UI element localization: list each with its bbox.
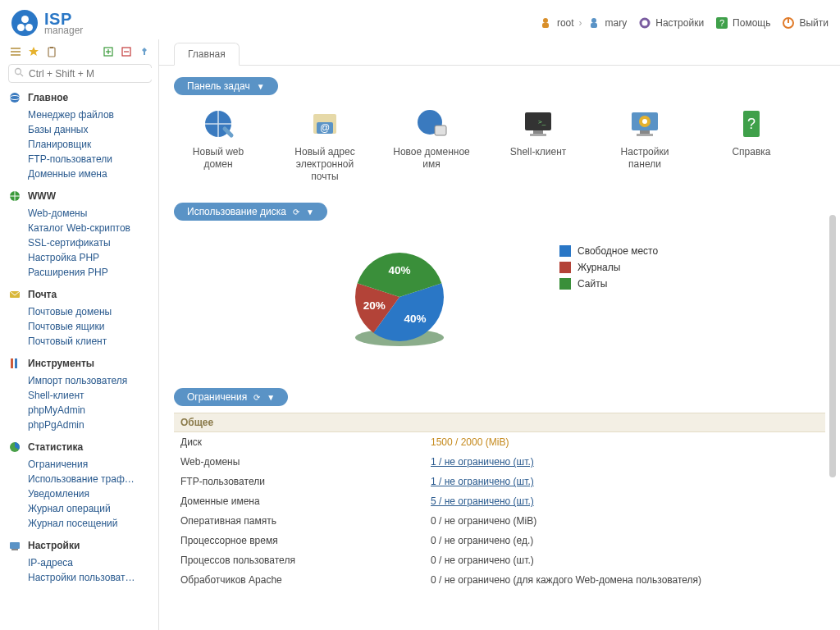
nav-item[interactable]: Планировщик [28, 137, 152, 152]
svg-rect-28 [15, 358, 17, 368]
limit-key: Доменные имена [174, 491, 424, 511]
star-icon[interactable] [26, 44, 41, 59]
nav-item[interactable]: Web-домены [28, 206, 152, 221]
nav-item[interactable]: Почтовый клиент [28, 334, 152, 349]
help-icon: ? [715, 16, 728, 30]
legend-swatch [559, 245, 571, 257]
disk-header[interactable]: Использование диска ⟳ ▼ [174, 203, 327, 221]
limit-value[interactable]: 5 / не ограничено (шт.) [424, 491, 825, 511]
task-item[interactable]: ?Справка [710, 107, 792, 183]
svg-rect-31 [11, 549, 18, 550]
task-panel: Новый web домен@Новый адрес электронной … [177, 107, 825, 183]
svg-text:>_: >_ [538, 118, 546, 126]
nav-item[interactable]: Журнал посещений [28, 516, 152, 531]
task-label: Справка [710, 146, 792, 158]
nav-item[interactable]: Импорт пользователя [28, 373, 152, 388]
svg-rect-12 [11, 54, 21, 56]
task-item[interactable]: Новое доменное имя [390, 107, 472, 183]
tab-main[interactable]: Главная [174, 43, 240, 66]
nav-item[interactable]: Расширения PHP [28, 265, 152, 280]
table-row: Web-домены1 / не ограничено (шт.) [174, 452, 825, 472]
header: ISP manager root › mary Настройки ? П [0, 0, 840, 39]
nav-group-3[interactable]: Инструменты [8, 357, 152, 370]
clipboard-icon[interactable] [44, 44, 59, 59]
chevron-down-icon: ▼ [267, 393, 275, 402]
limits-header[interactable]: Ограничения ⟳ ▼ [174, 388, 288, 406]
nav-item[interactable]: Использование траф… [28, 472, 152, 486]
nav-item[interactable]: Уведомления [28, 486, 152, 501]
nav-item[interactable]: Настройка PHP [28, 250, 152, 265]
limit-key: Процессорное время [174, 531, 424, 550]
disk-title: Использование диска [187, 206, 286, 217]
task-item[interactable]: Настройки панели [604, 107, 686, 183]
task-label: Новое доменное имя [390, 146, 472, 171]
pie-label: 40% [388, 264, 410, 276]
pie-chart: 40%20%40% [338, 240, 461, 363]
nav-item[interactable]: FTP-пользователи [28, 152, 152, 167]
task-item[interactable]: >_Shell-клиент [497, 107, 579, 183]
group-title: Главное [28, 92, 68, 103]
group-icon [8, 288, 21, 301]
legend-swatch [559, 278, 571, 290]
limit-value[interactable]: 1 / не ограничено (шт.) [424, 452, 825, 472]
nav-group-1[interactable]: WWW [8, 189, 152, 203]
logo-icon [11, 10, 38, 36]
group-title: Статистика [28, 441, 83, 453]
svg-point-23 [10, 93, 20, 103]
nav-item[interactable]: Shell-клиент [28, 388, 152, 403]
nav-item[interactable]: Каталог Web-скриптов [28, 221, 152, 235]
nav-item[interactable]: IP-адреса [28, 555, 152, 570]
search-icon [14, 67, 24, 80]
limits-title: Ограничения [187, 391, 247, 403]
nav-group-4[interactable]: Статистика [8, 441, 152, 454]
settings-link[interactable]: Настройки [638, 16, 704, 30]
group-icon [8, 539, 21, 552]
nav-item[interactable]: Менеджер файлов [28, 107, 152, 122]
nav-group-5[interactable]: Настройки [8, 539, 152, 552]
limit-value: 0 / не ограничено (шт.) [424, 550, 825, 570]
logo: ISP manager [11, 10, 83, 36]
legend-label: Журналы [578, 262, 620, 273]
nav-item[interactable]: Доменные имена [28, 167, 152, 181]
search-input[interactable] [8, 64, 152, 83]
limit-value[interactable]: 1 / не ограничено (шт.) [424, 472, 825, 491]
search-field[interactable] [29, 68, 152, 80]
nav-item[interactable]: Базы данных [28, 122, 152, 137]
nav-item[interactable]: phpPgAdmin [28, 418, 152, 432]
nav-item[interactable]: SSL-сертификаты [28, 235, 152, 250]
nav-group-2[interactable]: Почта [8, 288, 152, 301]
nav-group-0[interactable]: Главное [8, 91, 152, 104]
nav: ГлавноеМенеджер файловБазы данныхПланиро… [8, 91, 152, 585]
help-link[interactable]: ? Помощь [715, 16, 770, 30]
logout-link[interactable]: Выйти [782, 16, 829, 30]
scrollbar[interactable] [829, 64, 837, 628]
tasks-header[interactable]: Панель задач ▼ [174, 77, 278, 95]
nav-item[interactable]: phpMyAdmin [28, 403, 152, 418]
svg-rect-27 [11, 358, 13, 368]
nav-item[interactable]: Почтовые домены [28, 304, 152, 319]
logout-icon [782, 16, 795, 30]
crumb-root[interactable]: root [557, 17, 574, 29]
legend-item: Свободное место [559, 245, 658, 257]
svg-rect-46 [637, 134, 653, 136]
limit-value: 0 / не ограничено (MiB) [424, 511, 825, 531]
svg-rect-3 [591, 23, 597, 28]
chevron-down-icon: ▼ [306, 208, 314, 217]
svg-point-0 [543, 18, 548, 23]
task-label: Shell-клиент [497, 146, 579, 158]
nav-item[interactable]: Ограничения [28, 457, 152, 472]
svg-text:@: @ [320, 122, 330, 134]
nav-item[interactable]: Журнал операций [28, 501, 152, 516]
nav-item[interactable]: Почтовые ящики [28, 319, 152, 334]
collapse-icon[interactable] [119, 44, 134, 59]
task-item[interactable]: @Новый адрес электронной почты [284, 107, 366, 183]
task-item[interactable]: Новый web домен [177, 107, 259, 183]
expand-icon[interactable] [101, 44, 116, 59]
table-row: Процессорное время0 / не ограничено (ед.… [174, 531, 825, 550]
pin-icon[interactable] [137, 44, 152, 59]
nav-item[interactable]: Настройки пользоват… [28, 570, 152, 585]
crumb-user[interactable]: mary [605, 17, 628, 29]
chevron-down-icon: ▼ [257, 82, 265, 91]
list-icon[interactable] [8, 44, 23, 59]
limit-value: 0 / не ограничено (для каждого Web-домен… [424, 570, 825, 590]
